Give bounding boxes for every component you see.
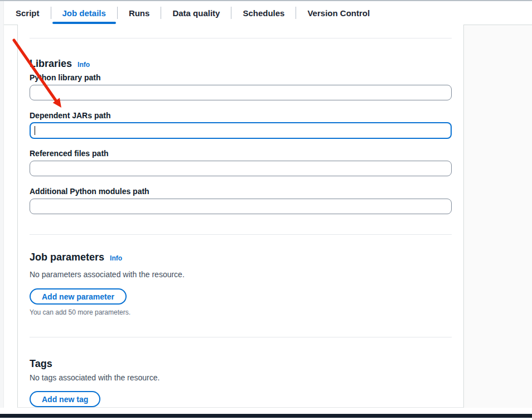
referenced-files-path-label: Referenced files path <box>30 149 452 158</box>
additional-python-modules-path-input[interactable] <box>30 199 452 214</box>
tab-runs[interactable]: Runs <box>118 1 161 25</box>
tab-data-quality[interactable]: Data quality <box>161 1 231 25</box>
tags-title: Tags <box>30 358 52 370</box>
libraries-title: Libraries <box>30 57 72 70</box>
dependent-jars-path-input[interactable] <box>30 122 452 139</box>
tab-job-details[interactable]: Job details <box>51 1 117 25</box>
text-cursor <box>35 126 35 135</box>
tab-script[interactable]: Script <box>4 1 51 25</box>
job-details-panel: Libraries Info Python library path Depen… <box>17 25 464 408</box>
section-divider <box>30 337 452 337</box>
dependent-jars-path-label: Dependent JARs path <box>30 111 452 120</box>
libraries-info-link[interactable]: Info <box>78 61 90 69</box>
section-divider <box>30 38 452 38</box>
section-divider <box>30 234 452 235</box>
tags-empty-message: No tags associated with the resource. <box>30 373 452 382</box>
job-parameters-info-link[interactable]: Info <box>110 254 122 262</box>
job-parameters-empty-message: No parameters associated with the resour… <box>30 270 452 279</box>
python-library-path-field <box>30 85 452 100</box>
parameters-limit-hint: You can add 50 more parameters. <box>30 308 452 316</box>
page-background <box>464 25 532 408</box>
job-parameters-section-header: Job parameters Info <box>30 251 452 263</box>
python-library-path-input[interactable] <box>30 85 452 100</box>
referenced-files-path-input[interactable] <box>30 161 452 176</box>
tab-bar: Script Job details Runs Data quality Sch… <box>0 1 532 25</box>
add-new-tag-button[interactable]: Add new tag <box>30 391 100 407</box>
dependent-jars-path-field <box>30 122 452 139</box>
left-gutter <box>0 1 4 408</box>
libraries-section-header: Libraries Info <box>30 57 452 70</box>
additional-python-modules-path-field <box>30 199 452 214</box>
job-parameters-title: Job parameters <box>30 251 104 263</box>
add-new-parameter-button[interactable]: Add new parameter <box>30 288 127 305</box>
tab-version-control[interactable]: Version Control <box>296 1 381 25</box>
tags-section-header: Tags <box>30 358 452 370</box>
additional-python-modules-path-label: Additional Python modules path <box>30 187 452 196</box>
referenced-files-path-field <box>30 161 452 176</box>
tab-schedules[interactable]: Schedules <box>231 1 296 25</box>
python-library-path-label: Python library path <box>30 73 452 82</box>
window-bottom-bar <box>0 414 532 418</box>
